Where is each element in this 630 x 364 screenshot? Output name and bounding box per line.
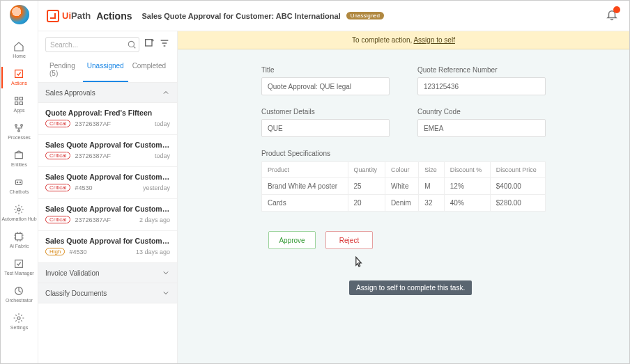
nav-test-manager[interactable]: Test Manager — [1, 254, 36, 281]
action-time: yesterday — [143, 184, 170, 191]
chevron-down-icon — [162, 289, 170, 297]
nav-settings[interactable]: Settings — [1, 308, 36, 335]
section-label: Invoice Validation — [45, 269, 100, 277]
assign-to-self-link[interactable]: Assign to self — [413, 36, 454, 44]
action-ref: 23726387AF — [75, 152, 111, 159]
chevron-up-icon — [162, 88, 170, 97]
table-cell: White — [385, 178, 418, 195]
section-sales-approvals[interactable]: Sales Approvals — [38, 83, 177, 103]
priority-badge: Critical — [45, 216, 70, 223]
country-input[interactable] — [417, 119, 546, 137]
edit-button[interactable] — [144, 38, 155, 52]
table-cell: Cards — [262, 195, 348, 212]
section-invoice-validation[interactable]: Invoice Validation — [38, 263, 177, 283]
nav-label: Automation Hub — [1, 216, 36, 221]
svg-rect-11 — [16, 233, 22, 239]
svg-point-10 — [17, 208, 20, 211]
assign-banner: To complete action, Assign to self — [178, 31, 629, 49]
home-icon — [13, 41, 24, 52]
tab-unassigned[interactable]: Unassigned — [83, 58, 128, 82]
ai-fabric-icon — [13, 231, 24, 242]
table-cell: Brand White A4 poster — [262, 178, 348, 195]
brand-mark-icon — [47, 10, 59, 22]
brand-path: Path — [71, 10, 91, 21]
nav-label: Test Manager — [4, 271, 33, 276]
action-list-item[interactable]: Sales Quote Approval for Customer ABCCri… — [38, 167, 177, 199]
nav-label: Orchestrator — [6, 298, 33, 303]
svg-rect-2 — [15, 102, 18, 104]
notification-dot-icon — [613, 6, 620, 13]
brand-logo[interactable]: UiPath Actions — [47, 10, 132, 22]
nav-entities[interactable]: Entities — [1, 145, 36, 173]
customer-input[interactable] — [261, 119, 390, 137]
tab-pending-[interactable]: Pending (5) — [45, 58, 83, 82]
svg-rect-3 — [20, 102, 23, 104]
nav-ai-fabric[interactable]: Ai Fabric — [1, 227, 36, 254]
action-list-item[interactable]: Sales Quote Approval for Customer ABCCri… — [38, 135, 177, 167]
filter-button[interactable] — [159, 38, 170, 52]
table-cell: 12% — [444, 178, 490, 195]
apps-icon — [13, 95, 24, 106]
brand-ui: Ui — [62, 10, 71, 21]
action-list-item[interactable]: Quote Approval: Fred's FifteenCritical23… — [38, 103, 177, 135]
svg-rect-1 — [20, 97, 23, 100]
svg-point-14 — [17, 317, 20, 319]
nav-actions[interactable]: Actions — [1, 64, 36, 91]
search-field — [45, 37, 139, 52]
nav-label: Ai Fabric — [10, 244, 29, 248]
action-ref: #4530 — [75, 184, 92, 191]
table-row: Cards20Denim3240%$280.00 — [262, 195, 546, 212]
entities-icon — [13, 150, 24, 161]
banner-text: To complete action, — [352, 36, 413, 44]
action-list-item[interactable]: Sales Quote Approval for Customer ABCCri… — [38, 199, 177, 231]
settings-icon — [13, 312, 24, 324]
nav-apps[interactable]: Apps — [1, 91, 36, 118]
customer-label: Customer Details — [261, 108, 390, 116]
action-ref: 23726387AF — [75, 216, 111, 223]
table-header: Discount % — [444, 162, 490, 178]
table-cell: 40% — [444, 195, 490, 212]
action-ref: #4530 — [69, 248, 86, 255]
notifications-button[interactable] — [606, 8, 618, 24]
table-cell: Denim — [385, 195, 418, 212]
table-cell: $280.00 — [490, 195, 545, 212]
svg-point-9 — [20, 182, 21, 182]
status-pill: Unassigned — [346, 12, 384, 19]
edit-icon — [144, 38, 155, 49]
priority-badge: Critical — [45, 152, 70, 159]
page-title: Sales Quote Approval for Customer: ABC I… — [142, 12, 341, 20]
search-input[interactable] — [45, 37, 139, 52]
priority-badge: High — [45, 248, 65, 255]
action-ref: 23726387AF — [75, 120, 111, 127]
nav-home[interactable]: Home — [1, 37, 36, 64]
country-label: Country Code — [417, 108, 546, 116]
processes-icon — [13, 122, 24, 134]
chevron-down-icon — [162, 269, 170, 277]
action-list-item[interactable]: Sales Quote Approval for Customer ABCHig… — [38, 231, 177, 263]
approve-button[interactable]: Approve — [268, 231, 316, 249]
orchestrator-icon — [13, 285, 24, 296]
avatar[interactable] — [10, 5, 29, 24]
nav-orchestrator[interactable]: Orchestrator — [1, 281, 36, 308]
title-input[interactable] — [261, 77, 390, 95]
ref-input[interactable] — [417, 77, 546, 95]
filter-icon — [159, 38, 170, 49]
nav-processes[interactable]: Processes — [1, 118, 36, 145]
table-header: Size — [419, 162, 444, 178]
section-label: Classify Documents — [45, 290, 107, 297]
priority-badge: Critical — [45, 120, 70, 127]
svg-point-8 — [17, 182, 18, 182]
action-time: today — [155, 120, 170, 127]
actions-icon — [13, 68, 24, 79]
spec-section-label: Product Specifications — [261, 150, 546, 157]
table-row: Brand White A4 poster25WhiteM12%$400.00 — [262, 178, 546, 195]
table-header: Discount Price — [490, 162, 545, 178]
nav-chatbots[interactable]: Chatbots — [1, 173, 36, 200]
section-label: Sales Approvals — [45, 89, 95, 97]
nav-label: Settings — [10, 325, 28, 330]
tab-completed[interactable]: Completed — [128, 58, 170, 82]
main-content: To complete action, Assign to self Title… — [178, 31, 629, 363]
reject-button[interactable]: Reject — [325, 231, 373, 249]
nav-automation-hub[interactable]: Automation Hub — [1, 200, 36, 227]
section-classify-documents[interactable]: Classify Documents — [38, 283, 177, 303]
